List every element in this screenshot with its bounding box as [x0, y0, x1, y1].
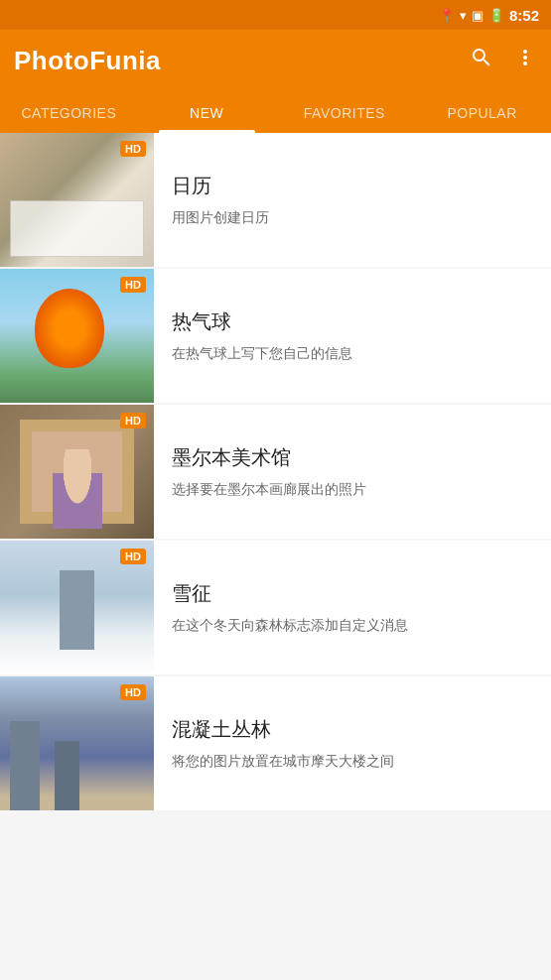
- logo-photo: Photo: [14, 46, 89, 75]
- tab-new[interactable]: NEW: [138, 91, 276, 131]
- item-title: 混凝土丛林: [172, 716, 533, 743]
- person-overlay: [53, 449, 102, 529]
- battery-icon: 🔋: [488, 8, 504, 23]
- item-description: 选择要在墨尔本画廊展出的照片: [172, 479, 533, 500]
- tab-categories[interactable]: CATEGORIES: [0, 91, 138, 131]
- list-item[interactable]: HD 日历 用图片创建日历: [0, 133, 551, 267]
- item-image-balloon: HD: [0, 269, 154, 403]
- location-icon: 📍: [439, 8, 455, 23]
- hd-badge: HD: [120, 413, 146, 429]
- app-logo: PhotoFunia: [14, 46, 161, 76]
- tab-bar: CATEGORIES NEW FAVORITES POPULAR: [0, 91, 551, 133]
- list-item[interactable]: HD 热气球 在热气球上写下您自己的信息: [0, 269, 551, 403]
- wifi-icon: ▾: [460, 8, 467, 23]
- item-image-city: HD: [0, 676, 154, 810]
- tab-popular[interactable]: POPULAR: [413, 91, 551, 131]
- item-image-calendar: HD: [0, 133, 154, 267]
- item-description: 在热气球上写下您自己的信息: [172, 343, 533, 364]
- tab-favorites[interactable]: FAVORITES: [276, 91, 414, 131]
- hd-badge: HD: [120, 549, 146, 564]
- item-title: 热气球: [172, 308, 533, 335]
- item-text-calendar: 日历 用图片创建日历: [154, 159, 551, 242]
- list-item[interactable]: HD 雪征 在这个冬天向森林标志添加自定义消息: [0, 541, 551, 674]
- item-text-snow: 雪征 在这个冬天向森林标志添加自定义消息: [154, 566, 551, 650]
- status-icons: 📍 ▾ ▣ 🔋 8:52: [439, 7, 539, 24]
- more-options-icon[interactable]: [513, 46, 537, 75]
- hd-badge: HD: [120, 277, 146, 293]
- item-title: 雪征: [172, 580, 533, 607]
- item-description: 在这个冬天向森林标志添加自定义消息: [172, 615, 533, 636]
- logo-funia: Funia: [89, 46, 161, 75]
- status-bar: 📍 ▾ ▣ 🔋 8:52: [0, 0, 551, 30]
- content-list: HD 日历 用图片创建日历 HD 热气球 在热气球上写下您自己的信息 HD 墨尔…: [0, 133, 551, 970]
- item-text-city: 混凝土丛林 将您的图片放置在城市摩天大楼之间: [154, 702, 551, 786]
- search-icon[interactable]: [470, 46, 493, 75]
- app-header: PhotoFunia: [0, 30, 551, 91]
- status-time: 8:52: [509, 7, 539, 24]
- hd-badge: HD: [120, 141, 146, 157]
- item-description: 将您的图片放置在城市摩天大楼之间: [172, 751, 533, 772]
- hd-badge: HD: [120, 684, 146, 700]
- item-title: 日历: [172, 173, 533, 199]
- header-actions: [470, 46, 537, 75]
- sim-icon: ▣: [472, 8, 483, 23]
- list-item[interactable]: HD 墨尔本美术馆 选择要在墨尔本画廊展出的照片: [0, 405, 551, 539]
- item-text-museum: 墨尔本美术馆 选择要在墨尔本画廊展出的照片: [154, 430, 551, 514]
- item-description: 用图片创建日历: [172, 207, 533, 228]
- item-text-balloon: 热气球 在热气球上写下您自己的信息: [154, 295, 551, 378]
- item-title: 墨尔本美术馆: [172, 444, 533, 471]
- list-item[interactable]: HD 混凝土丛林 将您的图片放置在城市摩天大楼之间: [0, 676, 551, 810]
- item-image-museum: HD: [0, 405, 154, 539]
- item-image-snow: HD: [0, 541, 154, 674]
